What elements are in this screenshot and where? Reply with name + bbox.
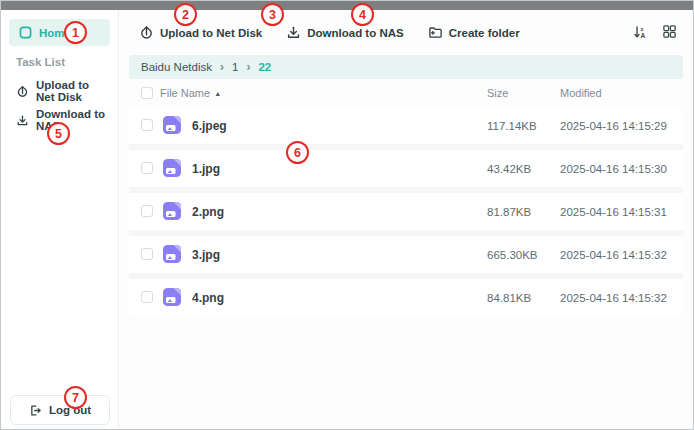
chevron-right-icon: › bbox=[220, 59, 224, 74]
sidebar-item-home[interactable]: Home bbox=[9, 19, 110, 46]
toolbar-button-label: Create folder bbox=[449, 27, 520, 39]
column-header-size: Size bbox=[487, 87, 508, 99]
sidebar-item-upload-to-net-disk[interactable]: Upload to Net Disk bbox=[9, 78, 110, 104]
download-icon bbox=[16, 114, 29, 127]
file-name: 6.jpeg bbox=[192, 119, 227, 133]
image-file-icon bbox=[161, 114, 183, 136]
create-folder-button[interactable]: Create folder bbox=[428, 25, 520, 40]
annotation-circle-3: 3 bbox=[261, 3, 284, 26]
window-title-bar bbox=[1, 1, 693, 10]
grid-view-icon[interactable] bbox=[662, 24, 679, 41]
annotation-circle-5: 5 bbox=[47, 122, 70, 145]
download-icon bbox=[286, 25, 301, 40]
sidebar-item-task-list[interactable]: Task List bbox=[9, 49, 110, 75]
column-header-modified: Modified bbox=[560, 87, 602, 99]
app-window: Home Task List Upload to Net Disk bbox=[0, 0, 694, 430]
file-modified: 2025-04-16 14:15:30 bbox=[560, 163, 667, 175]
upload-icon bbox=[16, 85, 29, 98]
file-name: 4.png bbox=[192, 291, 224, 305]
image-file-icon bbox=[161, 200, 183, 222]
column-header-file-name[interactable]: File Name ▲ bbox=[160, 87, 221, 99]
file-name: 3.jpg bbox=[192, 248, 220, 262]
sort-ascending-icon: ▲ bbox=[214, 90, 221, 97]
toolbar-button-label: Upload to Net Disk bbox=[160, 27, 262, 39]
file-size: 117.14KB bbox=[487, 120, 537, 132]
table-row[interactable]: 3.jpg 665.30KB 2025-04-16 14:15:32 bbox=[129, 236, 683, 273]
file-modified: 2025-04-16 14:15:29 bbox=[560, 120, 667, 132]
table-row[interactable]: 6.jpeg 117.14KB 2025-04-16 14:15:29 bbox=[129, 107, 683, 144]
svg-text:A: A bbox=[640, 32, 645, 39]
file-modified: 2025-04-16 14:15:32 bbox=[560, 249, 667, 261]
chevron-right-icon: › bbox=[246, 59, 250, 74]
sidebar: Home Task List Upload to Net Disk bbox=[1, 10, 119, 429]
download-to-nas-button[interactable]: Download to NAS bbox=[286, 25, 403, 40]
image-file-icon bbox=[161, 243, 183, 265]
sidebar-item-label: Task List bbox=[16, 56, 65, 68]
sidebar-item-label: Upload to Net Disk bbox=[36, 79, 110, 103]
create-folder-icon bbox=[428, 25, 443, 40]
breadcrumb-level1[interactable]: 1 bbox=[232, 61, 238, 73]
file-name: 2.png bbox=[192, 205, 224, 219]
file-list: File Name ▲ Size Modified 6.jpeg 117.1 bbox=[119, 82, 693, 316]
annotation-circle-6: 6 bbox=[286, 141, 309, 164]
row-checkbox[interactable] bbox=[141, 248, 153, 260]
file-modified: 2025-04-16 14:15:32 bbox=[560, 292, 667, 304]
file-modified: 2025-04-16 14:15:31 bbox=[560, 206, 667, 218]
breadcrumb-current: 22 bbox=[258, 61, 271, 73]
logout-button[interactable]: Log out bbox=[10, 395, 110, 425]
upload-to-net-disk-button[interactable]: Upload to Net Disk bbox=[139, 25, 262, 40]
annotation-circle-4: 4 bbox=[351, 3, 374, 26]
file-size: 43.42KB bbox=[487, 163, 531, 175]
upload-icon bbox=[139, 25, 154, 40]
file-size: 665.30KB bbox=[487, 249, 538, 261]
row-checkbox[interactable] bbox=[141, 119, 153, 131]
table-row[interactable]: 2.png 81.87KB 2025-04-16 14:15:31 bbox=[129, 193, 683, 230]
file-size: 84.81KB bbox=[487, 292, 531, 304]
toolbar: Upload to Net Disk Download to NAS bbox=[119, 10, 693, 55]
file-name: 1.jpg bbox=[192, 162, 220, 176]
row-checkbox[interactable] bbox=[141, 291, 153, 303]
main-panel: Upload to Net Disk Download to NAS bbox=[119, 10, 693, 429]
select-all-checkbox[interactable] bbox=[141, 87, 153, 99]
breadcrumb-root[interactable]: Baidu Netdisk bbox=[141, 61, 212, 73]
breadcrumb: Baidu Netdisk › 1 › 22 bbox=[129, 55, 683, 79]
table-header-row: File Name ▲ Size Modified bbox=[129, 82, 683, 104]
file-size: 81.87KB bbox=[487, 206, 531, 218]
toolbar-button-label: Download to NAS bbox=[307, 27, 403, 39]
annotation-circle-7: 7 bbox=[64, 386, 87, 409]
image-file-icon bbox=[161, 157, 183, 179]
column-header-label: File Name bbox=[160, 87, 210, 99]
annotation-circle-2: 2 bbox=[174, 3, 197, 26]
row-checkbox[interactable] bbox=[141, 162, 153, 174]
image-file-icon bbox=[161, 286, 183, 308]
home-icon bbox=[19, 26, 32, 39]
table-row[interactable]: 4.png 84.81KB 2025-04-16 14:15:32 bbox=[129, 279, 683, 316]
sort-icon[interactable]: z A bbox=[632, 24, 649, 41]
row-checkbox[interactable] bbox=[141, 205, 153, 217]
logout-icon bbox=[29, 404, 42, 417]
table-row[interactable]: 1.jpg 43.42KB 2025-04-16 14:15:30 bbox=[129, 150, 683, 187]
table-body: 6.jpeg 117.14KB 2025-04-16 14:15:29 1.jp… bbox=[129, 107, 683, 316]
annotation-circle-1: 1 bbox=[64, 21, 87, 44]
